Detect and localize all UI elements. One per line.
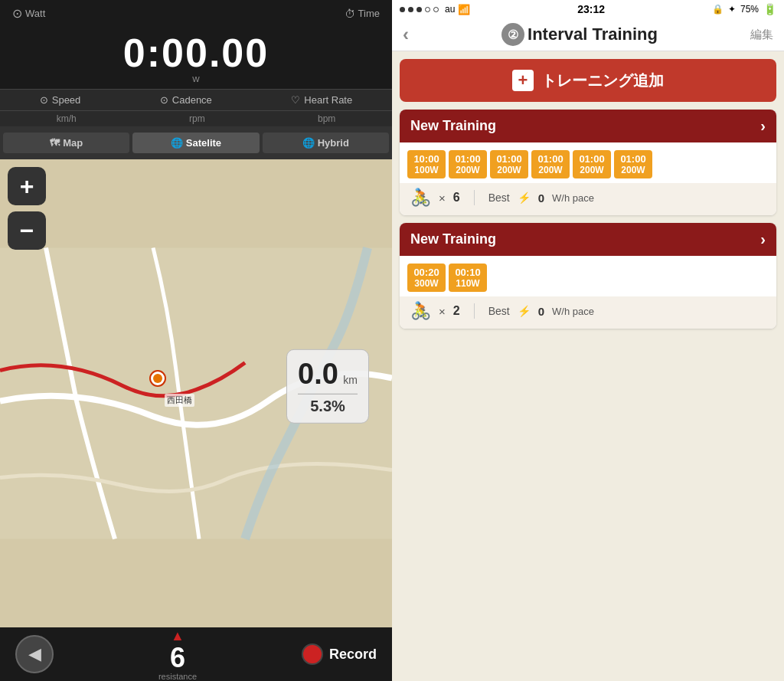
signal-dot-1 <box>400 7 405 12</box>
nav-header: ‹ ② Interval Training 編集 <box>392 18 784 51</box>
status-time: 23:12 <box>577 3 605 15</box>
time-clock-icon: ⏱ <box>345 8 355 20</box>
interval-power-1-1: 200W <box>455 165 481 175</box>
timer-value: 0:00.00 <box>0 30 392 76</box>
add-training-button[interactable]: + トレーニング追加 <box>400 59 776 102</box>
satelite-icon: 🌐 <box>171 137 183 149</box>
record-dot-icon <box>302 643 323 665</box>
resistance-label: resistance <box>158 672 197 681</box>
tab-map[interactable]: 🗺 Map <box>3 133 129 153</box>
footer-divider-1 <box>474 190 475 205</box>
interval-time-2-0: 00:20 <box>413 267 439 278</box>
minus-icon: − <box>20 217 34 245</box>
zoom-out-button[interactable]: − <box>8 211 46 250</box>
record-label: Record <box>329 647 377 663</box>
chevron-right-icon-1: › <box>760 117 766 135</box>
speed-unit: km/h <box>57 113 77 124</box>
cadence-stat: ⊙ Cadence <box>160 94 212 106</box>
interval-block-1-5: 01:00 200W <box>614 150 652 178</box>
cadence-label: Cadence <box>172 94 212 106</box>
stats-bar: ⊙ Speed ⊙ Cadence ♡ Heart Rate <box>0 89 392 111</box>
signal-dot-2 <box>408 7 413 12</box>
signal-dots: au 📶 <box>400 4 470 15</box>
distance-box: 0.0 km 5.3% <box>286 349 369 423</box>
zoom-in-button[interactable]: + <box>8 167 46 205</box>
hybrid-icon: 🌐 <box>302 137 315 149</box>
status-right: 🔒 ✦ 75% 🔋 <box>712 3 776 15</box>
nav-edit-button[interactable]: 編集 <box>750 28 773 42</box>
map-tabs: 🗺 Map 🌐 Satelite 🌐 Hybrid <box>0 126 392 159</box>
timer-display: 0:00.00 w <box>0 27 392 89</box>
training-header-1[interactable]: New Training › <box>400 110 776 142</box>
training-footer-1: 🚴 × 6 Best ⚡ 0 W/h pace <box>400 183 776 215</box>
map-area: + − 西田橋 0.0 km 5.3% <box>0 159 392 627</box>
rep-count-1: 6 <box>453 191 460 205</box>
record-button[interactable]: Record <box>302 643 377 665</box>
best-label-1: Best <box>488 192 510 204</box>
battery-percentage: 75% <box>740 4 759 15</box>
lock-icon: 🔒 <box>712 4 724 15</box>
training-intervals-1: 10:00 100W 01:00 200W 01:00 200W 01:00 2… <box>400 142 776 183</box>
map-icon: 🗺 <box>50 137 60 149</box>
battery-icon: 🔋 <box>763 3 776 15</box>
marker-outer <box>149 370 166 387</box>
plus-symbol: + <box>518 70 528 90</box>
heartrate-unit: bpm <box>318 113 335 124</box>
carrier-label: au <box>445 4 455 15</box>
wifi-icon: 📶 <box>458 4 470 15</box>
distance-display: 0.0 km <box>298 357 358 390</box>
interval-power-1-2: 200W <box>496 165 522 175</box>
nav-title: ② Interval Training <box>501 23 658 46</box>
interval-time-1-1: 01:00 <box>455 153 481 165</box>
nav-title-text: Interval Training <box>528 25 658 44</box>
cadence-unit: rpm <box>189 113 205 124</box>
bike-icon-2: 🚴 <box>410 301 431 321</box>
resistance-area: ▲ 6 resistance <box>158 628 197 681</box>
timer-unit: w <box>0 73 392 87</box>
watt-indicator: ⊙ Watt <box>12 6 45 21</box>
distance-value: 0.0 <box>298 357 338 389</box>
training-header-2[interactable]: New Training › <box>400 223 776 256</box>
back-arrow-icon: ◀ <box>28 644 41 664</box>
heart-rate-icon: ♡ <box>291 94 300 106</box>
signal-dot-3 <box>416 7 422 12</box>
training-card-2[interactable]: New Training › 00:20 300W 00:10 110W 🚴 ×… <box>400 223 776 329</box>
heart-rate-label: Heart Rate <box>304 94 352 106</box>
footer-divider-2 <box>474 303 475 319</box>
speed-label: Speed <box>52 94 81 106</box>
interval-number-badge: ② <box>501 23 524 46</box>
interval-power-2-1: 110W <box>455 278 481 289</box>
heart-rate-stat: ♡ Heart Rate <box>291 94 352 106</box>
interval-power-1-4: 200W <box>579 165 605 175</box>
lightning-icon-1: ⚡ <box>518 192 531 204</box>
tab-satelite-label: Satelite <box>186 137 221 149</box>
pace-value-2: 0 <box>538 305 544 318</box>
tab-hybrid[interactable]: 🌐 Hybrid <box>263 133 389 153</box>
nav-back-button[interactable]: ‹ <box>403 24 409 45</box>
rep-count-2: 2 <box>453 304 460 318</box>
interval-power-1-3: 200W <box>537 165 564 175</box>
training-title-1: New Training <box>410 118 496 134</box>
time-indicator: ⏱ Time <box>345 8 380 20</box>
training-card-1[interactable]: New Training › 10:00 100W 01:00 200W 01:… <box>400 110 776 215</box>
chevron-right-icon-2: › <box>760 231 766 248</box>
interval-block-2-1: 00:10 110W <box>449 264 487 292</box>
tab-map-label: Map <box>63 137 83 149</box>
interval-block-1-4: 01:00 200W <box>573 150 611 178</box>
interval-block-1-2: 01:00 200W <box>490 150 528 178</box>
signal-dot-4 <box>425 7 430 12</box>
back-button[interactable]: ◀ <box>15 635 54 673</box>
left-panel: ⊙ Watt ⏱ Time 0:00.00 w ⊙ Speed ⊙ Cadenc… <box>0 0 392 681</box>
plus-icon: + <box>20 172 34 201</box>
pace-value-1: 0 <box>538 192 544 205</box>
location-label: 西田橋 <box>165 394 194 407</box>
add-plus-icon: + <box>512 70 534 91</box>
pace-unit-2: W/h pace <box>552 306 594 317</box>
training-title-2: New Training <box>410 231 496 247</box>
cadence-icon: ⊙ <box>160 94 168 106</box>
lightning-icon-2: ⚡ <box>518 305 531 317</box>
bluetooth-icon: ✦ <box>728 4 736 15</box>
speed-stat: ⊙ Speed <box>40 94 81 106</box>
distance-unit: km <box>343 373 358 385</box>
tab-satelite[interactable]: 🌐 Satelite <box>132 133 259 153</box>
